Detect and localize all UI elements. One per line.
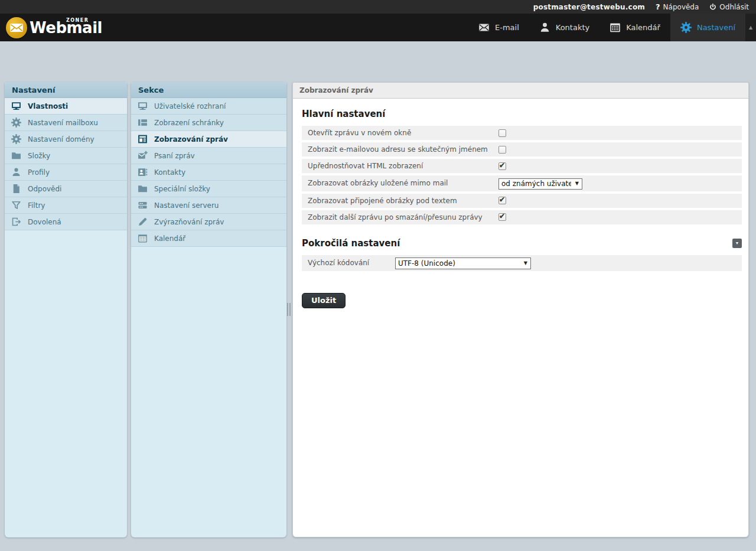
gear-icon (11, 134, 21, 144)
advanced-section-title: Pokročilá nastavení ▼ (302, 238, 742, 249)
sidebar-item-label: Psaní zpráv (154, 152, 195, 160)
settings-row: Výchozí kódováníUTF-8 (Unicode) (302, 255, 742, 271)
setting-checkbox-zobrazit-e-mailovou-adresu-se-skute-n-m-jm-nem[interactable] (498, 146, 506, 154)
section-item-u-ivatelsk-rozhran[interactable]: Uživatelské rozhraní (131, 98, 286, 115)
collapse-advanced-button[interactable]: ▼ (732, 239, 742, 248)
sidebar-item-label: Nastavení serveru (154, 201, 219, 210)
setting-label: Zobrazit další zprávu po smazání/přesunu… (308, 213, 498, 221)
settings-item-nastaven-dom-ny[interactable]: Nastavení domény (5, 131, 127, 148)
nav-item-kalend[interactable]: Kalendář (599, 14, 670, 41)
contact-card-icon (138, 167, 148, 177)
calendar-icon (138, 233, 148, 243)
user-email: postmaster@testwebu.com (533, 3, 645, 11)
panel-resize-handle[interactable] (286, 302, 292, 317)
settings-item-filtry[interactable]: Filtry (5, 197, 127, 214)
monitor-icon (11, 101, 21, 111)
exit-icon (11, 217, 21, 227)
columns-icon (138, 118, 148, 128)
power-icon (709, 4, 716, 11)
sidebar-item-label: Kontakty (154, 168, 185, 177)
gear-icon (680, 22, 692, 33)
setting-checkbox-zobrazovat-p-ipojen-obr-zky-pod-textem[interactable] (498, 197, 506, 204)
navbar-collapse-arrow[interactable]: ▲ (745, 14, 756, 41)
folder-icon (11, 151, 21, 161)
envelope-icon (478, 22, 490, 33)
nav-item-kontakty[interactable]: Kontakty (529, 14, 599, 41)
setting-select-v-choz-k-dov-n[interactable]: UTF-8 (Unicode) (395, 257, 531, 269)
nav-item-nastaven[interactable]: Nastavení (670, 14, 745, 41)
logout-link[interactable]: Odhlásit (709, 3, 749, 11)
document-icon (11, 184, 21, 194)
sidebar-item-label: Odpovědi (28, 185, 61, 193)
help-label: Nápověda (663, 3, 699, 11)
filter-icon (11, 200, 21, 210)
setting-label: Výchozí kódování (308, 259, 395, 267)
setting-label: Zobrazit e-mailovou adresu se skutečným … (308, 145, 498, 154)
server-icon (138, 200, 148, 210)
sidebar-item-label: Zobrazování zpráv (154, 135, 228, 144)
folder-icon (138, 184, 148, 194)
nav-item-label: Nastavení (697, 23, 735, 32)
nav-item-label: Kontakty (556, 23, 589, 32)
setting-select-zobrazovat-obr-zky-ulo-en-mimo-mail[interactable]: od známých uživatelů (498, 178, 582, 190)
settings-row: Zobrazit další zprávu po smazání/přesunu… (302, 210, 742, 224)
section-item-nastaven-serveru[interactable]: Nastavení serveru (131, 197, 286, 214)
webmail-logo[interactable]: Webmail ZONER (0, 14, 130, 41)
logout-label: Odhlásit (719, 3, 749, 11)
gear-icon (11, 118, 21, 128)
select-wrapper: od známých uživatelů (498, 177, 582, 190)
compose-icon (138, 151, 148, 161)
setting-checkbox-zobrazit-dal-zpr-vu-po-smaz-n-p-esunu-zpr-vy[interactable] (498, 213, 506, 221)
person-icon (11, 167, 21, 177)
settings-item-vlastnosti[interactable]: Vlastnosti (5, 98, 127, 115)
setting-checkbox-up-ednost-ovat-html-zobrazen[interactable] (498, 162, 506, 170)
section-item-zobrazen-schr-nky[interactable]: Zobrazení schránky (131, 115, 286, 131)
nav-item-e-mail[interactable]: E-mail (468, 14, 529, 41)
settings-sidebar: Nastavení VlastnostiNastavení mailboxuNa… (5, 82, 127, 537)
setting-label: Upřednostňovat HTML zobrazení (308, 162, 498, 170)
section-item-psan-zpr-v[interactable]: Psaní zpráv (131, 148, 286, 164)
section-item-speci-ln-slo-ky[interactable]: Speciální složky (131, 181, 286, 197)
settings-sidebar-title: Nastavení (5, 82, 127, 98)
save-button[interactable]: Uložit (302, 293, 346, 308)
section-item-kalend[interactable]: Kalendář (131, 230, 286, 247)
main-section-title: Hlavní nastavení (302, 109, 742, 119)
settings-item-nastaven-mailboxu[interactable]: Nastavení mailboxu (5, 115, 127, 131)
section-item-zv-raz-ov-n-zpr-v[interactable]: Zvýrazňování zpráv (131, 214, 286, 230)
sidebar-item-label: Profily (28, 168, 50, 177)
setting-label: Zobrazovat připojené obrázky pod textem (308, 197, 498, 205)
envelope-logo-icon (6, 17, 27, 38)
settings-item-profily[interactable]: Profily (5, 164, 127, 181)
setting-checkbox-otev-t-zpr-vu-v-nov-m-okn[interactable] (498, 129, 506, 137)
sidebar-item-label: Uživatelské rozhraní (154, 102, 226, 110)
sections-sidebar: Sekce Uživatelské rozhraníZobrazení schr… (131, 82, 286, 537)
settings-row: Zobrazovat připojené obrázky pod textem (302, 194, 742, 208)
main-navbar: Webmail ZONER E-mailKontaktyKalendářNast… (0, 14, 756, 41)
brand-zoner: ZONER (66, 18, 89, 23)
question-icon: ? (656, 2, 660, 11)
pencil-icon (138, 217, 148, 227)
sidebar-item-label: Vlastnosti (28, 102, 68, 110)
main-content-panel: Zobrazování zpráv Hlavní nastavení Otevř… (292, 82, 749, 537)
settings-row: Otevřít zprávu v novém okně (302, 126, 742, 140)
settings-item-dovolen[interactable]: Dovolená (5, 214, 127, 230)
sidebar-item-label: Zvýrazňování zpráv (154, 218, 224, 226)
help-link[interactable]: ? Nápověda (656, 2, 699, 11)
sidebar-item-label: Složky (28, 152, 50, 160)
person-icon (539, 22, 550, 33)
settings-row: Zobrazovat obrázky uložené mimo mailod z… (302, 175, 742, 191)
settings-row: Zobrazit e-mailovou adresu se skutečným … (302, 142, 742, 157)
settings-item-slo-ky[interactable]: Složky (5, 148, 127, 164)
sections-sidebar-title: Sekce (131, 82, 286, 98)
settings-item-odpov-di[interactable]: Odpovědi (5, 181, 127, 197)
sidebar-item-label: Nastavení domény (28, 135, 94, 144)
sidebar-item-label: Filtry (28, 201, 45, 210)
content-header-title: Zobrazování zpráv (293, 83, 748, 99)
select-wrapper: UTF-8 (Unicode) (395, 257, 531, 269)
setting-label: Otevřít zprávu v novém okně (308, 129, 498, 137)
newspaper-icon (138, 134, 148, 144)
sidebar-item-label: Nastavení mailboxu (28, 119, 98, 127)
section-item-kontakty[interactable]: Kontakty (131, 164, 286, 181)
section-item-zobrazov-n-zpr-v[interactable]: Zobrazování zpráv (131, 131, 286, 148)
calendar-icon (610, 22, 621, 33)
